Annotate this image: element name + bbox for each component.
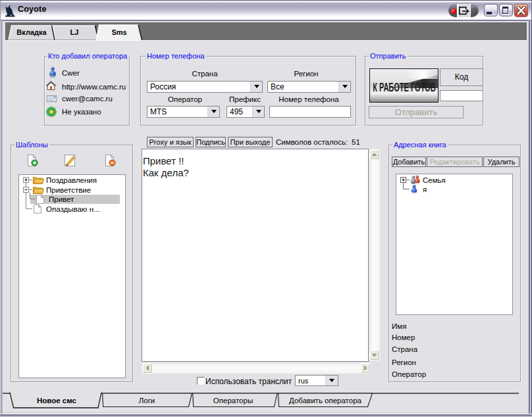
svg-text:Привет: Привет [49,195,74,203]
svg-text:Приветствие: Приветствие [46,186,91,194]
svg-text:Логи: Логи [139,397,155,405]
svg-text:я: я [423,185,427,193]
svg-text:Семья: Семья [423,176,446,184]
svg-text:Вкладка: Вкладка [16,28,47,36]
svg-text:Добавить оператора: Добавить оператора [289,397,362,405]
svg-text:Операторы: Операторы [213,397,253,405]
svg-text:LJ: LJ [70,28,79,36]
svg-text:Новое смс: Новое смс [37,397,77,405]
svg-text:Опаздываю н...: Опаздываю н... [46,205,100,213]
svg-text:Sms: Sms [111,28,126,36]
svg-text:Поздравления: Поздравления [46,176,97,184]
